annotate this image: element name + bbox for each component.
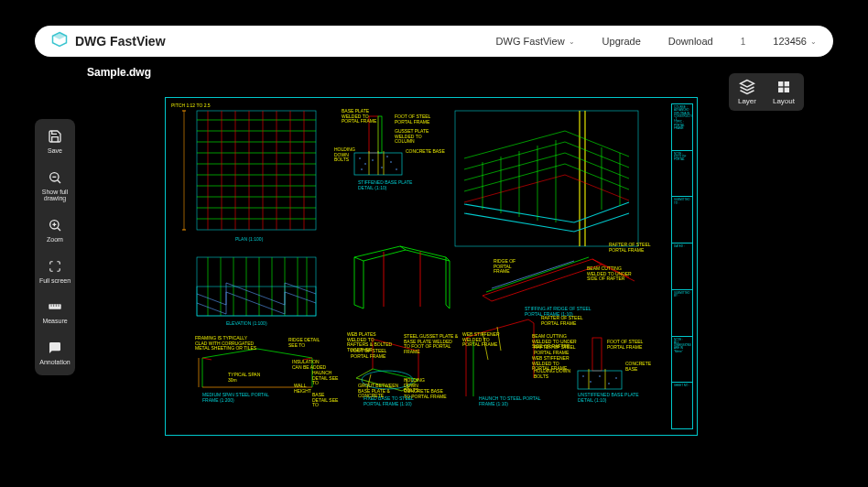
- save-icon: [47, 128, 63, 145]
- file-name: Sample.dwg: [87, 66, 151, 79]
- foot-steel-note: FOOT OF STEEL PORTAL FRAME: [395, 114, 431, 124]
- fullscreen-label: Full screen: [38, 277, 72, 285]
- notification-count[interactable]: 1: [741, 37, 746, 47]
- measure-icon: [47, 298, 63, 315]
- insulation-note: INSULATION CAN BE ADDED: [292, 360, 329, 370]
- user-dropdown[interactable]: 123456 ⌄: [773, 36, 817, 47]
- cad-canvas[interactable]: PLAN (1:100) STIFFENED BASE PLATE DETAIL…: [165, 97, 698, 436]
- stiff-base-label: STIFFENED BASE PLATE DETAIL (1:10): [358, 180, 413, 190]
- svg-line-77: [446, 305, 450, 308]
- svg-point-97: [590, 381, 591, 383]
- ridge-det-note: RIDGE DETAIL SEE TO: [288, 338, 325, 348]
- plan-label: PLAN (1:100): [235, 237, 263, 243]
- svg-rect-75: [197, 287, 316, 316]
- svg-rect-95: [578, 371, 622, 389]
- app-logo-icon: [51, 31, 68, 51]
- upgrade-link[interactable]: Upgrade: [602, 36, 641, 47]
- layer-button[interactable]: Layer: [738, 79, 756, 105]
- download-label: Download: [668, 36, 713, 47]
- rafter-port-note2: RAFTER OF STEEL PORTAL FRAME: [534, 345, 580, 355]
- svg-point-45: [364, 163, 366, 165]
- svg-point-100: [615, 377, 617, 379]
- tb-submitted: SUBMITTED TO :: [672, 197, 692, 244]
- holding-bolts-note: HOLDING DOWN BOLTS: [334, 147, 362, 163]
- app-title: DWG FastView: [75, 34, 166, 49]
- svg-rect-16: [785, 81, 789, 86]
- svg-point-51: [386, 156, 388, 157]
- med-span-label: MEDIUM SPAN STEEL PORTAL FRAME (1:200): [202, 393, 276, 403]
- svg-marker-14: [740, 81, 754, 88]
- show-full-button[interactable]: Show full drawing: [35, 169, 75, 202]
- layout-icon: [776, 79, 792, 95]
- span-note: TYPICAL SPAN 30m: [228, 373, 265, 383]
- zoom-button[interactable]: Zoom: [35, 217, 75, 244]
- show-full-icon: [47, 169, 63, 186]
- upgrade-label: Upgrade: [602, 36, 641, 47]
- left-toolbar: Save Show full drawing Zoom Full screen …: [35, 119, 75, 375]
- svg-point-96: [582, 375, 584, 377]
- svg-rect-9: [49, 305, 60, 309]
- svg-rect-17: [778, 88, 783, 92]
- measure-label: Measure: [40, 318, 69, 325]
- layer-icon: [739, 79, 755, 95]
- svg-rect-18: [785, 88, 789, 92]
- annotation-label: Annotation: [38, 359, 71, 366]
- svg-line-78: [354, 257, 363, 261]
- tb-submitted-by: SUBMITTED BY :: [672, 290, 692, 337]
- menu-app-dropdown[interactable]: DWG FastView ⌄: [496, 36, 575, 47]
- show-full-label: Show full drawing: [35, 189, 75, 202]
- elevation-label: ELEVATION (1:100): [226, 321, 267, 327]
- tb-course: COURSE : ADVANCED DIPLOMA IN CONSTRUCTIO…: [672, 104, 692, 151]
- svg-rect-19: [197, 111, 316, 230]
- svg-line-85: [202, 358, 212, 360]
- foot-steel-note2: FOOT OF STEEL PORTAL FRAME: [351, 349, 387, 359]
- tb-note: NOTE : FOOT OF PORTAL: [672, 151, 692, 198]
- conc-base2-note: CONCRETE BASE TO PORTAL FRAME: [404, 389, 450, 399]
- holding-bolts-note3: HOLDING DOWN BOLTS: [534, 369, 570, 379]
- fullscreen-icon: [47, 258, 63, 275]
- svg-point-98: [599, 375, 601, 377]
- svg-line-3: [58, 179, 60, 182]
- fullscreen-button[interactable]: Full screen: [35, 258, 75, 285]
- svg-point-47: [381, 167, 383, 168]
- steel-gusset-note: STEEL GUSSET PLATE & BASE PLATE WELDED T…: [404, 334, 459, 354]
- svg-line-76: [354, 305, 363, 308]
- app-header: DWG FastView DWG FastView ⌄ Upgrade Down…: [35, 26, 833, 57]
- concrete-base-note3: CONCRETE BASE: [625, 362, 662, 372]
- layer-label: Layer: [738, 97, 756, 105]
- menu-app-label: DWG FastView: [496, 36, 565, 47]
- framing-note: FRAMING IS TYPICALLY CLAD WITH CORRUGATE…: [195, 336, 259, 352]
- svg-line-6: [58, 228, 60, 231]
- chevron-down-icon: ⌄: [810, 38, 817, 46]
- svg-rect-15: [778, 81, 783, 86]
- download-link[interactable]: Download: [668, 36, 713, 47]
- drawing-area: PLAN (1:100) STIFFENED BASE PLATE DETAIL…: [171, 103, 669, 429]
- svg-marker-1: [53, 33, 67, 40]
- roof-portal-note: RIDGE OF PORTAL FRAME: [494, 259, 521, 275]
- svg-point-49: [396, 168, 397, 170]
- zoom-label: Zoom: [45, 236, 65, 244]
- svg-point-48: [390, 161, 392, 163]
- right-toolbar: Layer Layout: [729, 73, 804, 111]
- base-det-note: BASE DETAIL SEE TO: [312, 393, 340, 408]
- haunch-label: HAUNCH TO STEEL PORTAL FRAME (1:10): [479, 396, 552, 406]
- header-right: DWG FastView ⌄ Upgrade Download 1 123456…: [496, 36, 817, 47]
- tb-sheet: SHEET NO :: [672, 383, 692, 428]
- svg-point-99: [608, 383, 610, 384]
- user-id-label: 123456: [773, 36, 807, 47]
- gusset-note: GUSSET PLATE WELDED TO COLUMN: [395, 129, 440, 145]
- svg-point-50: [361, 168, 363, 170]
- title-block: COURSE : ADVANCED DIPLOMA IN CONSTRUCTIO…: [671, 103, 693, 429]
- svg-point-46: [372, 159, 374, 161]
- grout-note: GROUT BETWEEN BASE PLATE & CONCRETE: [358, 384, 404, 399]
- measure-button[interactable]: Measure: [35, 298, 75, 325]
- save-button[interactable]: Save: [35, 128, 75, 155]
- unstiff-label: UNSTIFFENED BASE PLATE DETAIL (1:10): [578, 393, 642, 403]
- pitch-note: PITCH 1:12 TO 2.5: [171, 103, 211, 109]
- chevron-down-icon: ⌄: [569, 38, 575, 46]
- layout-button[interactable]: Layout: [773, 79, 795, 105]
- tb-note2: NOTE : ALL DIMENSIONS ARE IN "Metre": [672, 337, 692, 384]
- logo: DWG FastView: [51, 31, 166, 51]
- annotation-button[interactable]: Annotation: [35, 340, 75, 366]
- foot-steel-note3: FOOT OF STEEL PORTAL FRAME: [607, 340, 644, 350]
